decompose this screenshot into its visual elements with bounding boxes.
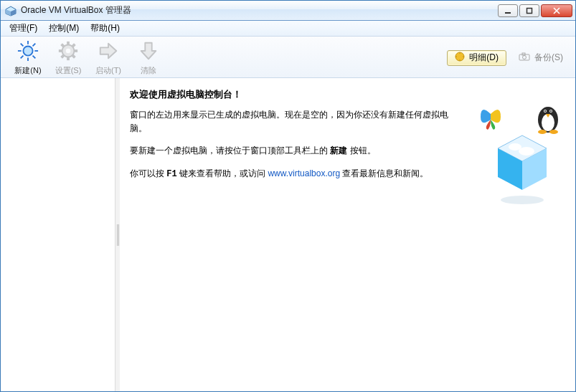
f1-key-text: F1	[166, 169, 176, 179]
svg-point-37	[550, 110, 552, 112]
snapshots-toggle[interactable]: 备份(S)	[514, 50, 568, 66]
svg-point-45	[519, 147, 534, 156]
svg-point-35	[549, 110, 552, 113]
arrow-right-icon	[98, 40, 119, 64]
welcome-pane: 欢迎使用虚拟电脑控制台！ 窗口的左边用来显示已生成的虚拟电脑。现在是空的，因为你…	[120, 78, 575, 391]
svg-point-33	[542, 114, 554, 131]
maximize-button[interactable]	[519, 4, 539, 17]
svg-marker-43	[522, 148, 547, 190]
vm-list-sidebar[interactable]	[1, 78, 115, 391]
title-bar: Oracle VM VirtualBox 管理器	[1, 1, 575, 21]
settings-label: 设置(S)	[55, 65, 82, 76]
svg-point-32	[538, 107, 558, 133]
toolbar: 新建(N) 设置(S)	[1, 37, 575, 78]
menu-help[interactable]: 帮助(H)	[85, 21, 126, 36]
gear-icon	[57, 40, 79, 64]
svg-point-34	[544, 110, 547, 113]
sun-icon	[17, 40, 39, 64]
svg-point-5	[23, 46, 32, 55]
svg-rect-4	[527, 8, 532, 13]
camera-icon	[519, 52, 530, 63]
welcome-heading: 欢迎使用虚拟电脑控制台！	[130, 88, 562, 101]
svg-point-44	[509, 143, 521, 150]
app-icon	[5, 5, 16, 16]
svg-point-46	[501, 196, 544, 204]
svg-line-11	[33, 55, 36, 58]
window-title: Oracle VM VirtualBox 管理器	[21, 4, 131, 16]
snapshots-label: 备份(S)	[534, 52, 563, 64]
svg-line-21	[72, 44, 75, 47]
details-icon	[455, 52, 465, 64]
svg-line-20	[72, 54, 75, 57]
details-toggle[interactable]: 明细(D)	[447, 50, 506, 66]
svg-line-13	[21, 55, 24, 58]
menu-control[interactable]: 控制(M)	[43, 21, 85, 36]
svg-point-39	[538, 130, 547, 134]
svg-line-10	[21, 43, 24, 46]
welcome-illustration	[473, 100, 567, 207]
minimize-button[interactable]	[498, 4, 518, 17]
svg-point-23	[66, 48, 71, 53]
svg-point-40	[549, 130, 558, 134]
new-label: 新建(N)	[14, 65, 41, 76]
svg-point-31	[523, 56, 527, 59]
discard-label: 清除	[141, 65, 156, 76]
start-button: 启动(T)	[88, 38, 128, 78]
discard-button: 清除	[128, 38, 169, 78]
app-window: Oracle VM VirtualBox 管理器 管理(F) 控制(M) 帮助(…	[0, 0, 576, 392]
svg-marker-42	[498, 148, 522, 190]
menu-file[interactable]: 管理(F)	[4, 21, 43, 36]
body: 欢迎使用虚拟电脑控制台！ 窗口的左边用来显示已生成的虚拟电脑。现在是空的，因为你…	[1, 78, 575, 391]
svg-line-22	[62, 54, 65, 57]
welcome-p2: 要新建一个虚拟电脑，请按位于窗口顶部工具栏上的 新建 按钮。	[130, 144, 460, 158]
svg-line-12	[33, 43, 36, 46]
close-button[interactable]	[541, 4, 572, 17]
svg-line-19	[62, 44, 65, 47]
svg-point-36	[544, 110, 546, 112]
svg-marker-38	[546, 114, 550, 118]
welcome-p3: 你可以按 F1 键来查看帮助，或访问 www.virtualbox.org 查看…	[130, 167, 460, 181]
new-button[interactable]: 新建(N)	[8, 38, 48, 78]
welcome-p1: 窗口的左边用来显示已生成的虚拟电脑。现在是空的，因为你还没有新建任何虚拟电脑。	[130, 108, 460, 135]
new-bold-text: 新建	[330, 145, 347, 156]
svg-marker-41	[498, 135, 547, 161]
settings-button: 设置(S)	[48, 38, 88, 78]
start-label: 启动(T)	[95, 65, 121, 76]
window-controls	[498, 4, 572, 17]
menu-bar: 管理(F) 控制(M) 帮助(H)	[1, 21, 575, 37]
virtualbox-link[interactable]: www.virtualbox.org	[268, 168, 340, 178]
details-label: 明细(D)	[469, 52, 499, 64]
svg-rect-3	[505, 12, 511, 14]
arrow-down-icon	[138, 40, 159, 64]
